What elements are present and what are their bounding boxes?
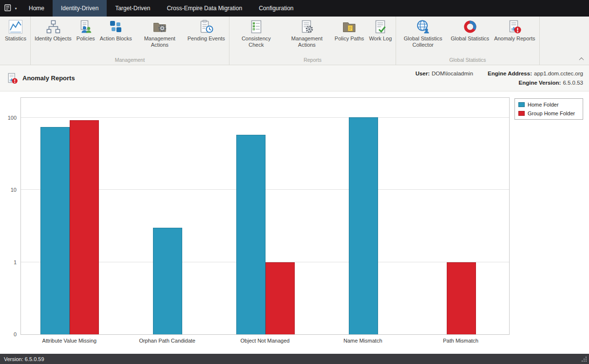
category-label: Object Not Managed — [216, 338, 314, 344]
info-user: User:DOM\localadmin — [416, 71, 473, 76]
ribbon-button-reports-management-actions[interactable]: Management Actions — [282, 17, 332, 49]
ribbon-button-management-action-blocks[interactable]: Action Blocks — [97, 17, 134, 43]
tab-home[interactable]: Home — [20, 0, 53, 17]
ribbon-group-caption: Reports — [231, 56, 394, 65]
bar-home-folder — [236, 135, 266, 334]
app-menu-icon — [3, 3, 13, 14]
ribbon-tabbar: ▾ HomeIdentity-DrivenTarget-DrivenCross-… — [0, 0, 589, 17]
collapse-ribbon-icon[interactable] — [578, 56, 585, 62]
global-statistics-collector-icon — [415, 19, 431, 35]
category-label: Orphan Path Candidate — [118, 338, 216, 344]
ribbon-button-management-identity-objects[interactable]: Identity Objects — [32, 17, 74, 43]
management-actions-reports-icon — [299, 19, 315, 35]
ribbon-tabs: HomeIdentity-DrivenTarget-DrivenCross-Em… — [20, 0, 302, 17]
global-statistics-icon — [462, 19, 478, 35]
bar-home-folder — [153, 228, 182, 334]
ribbon-button-management-policies[interactable]: Policies — [74, 17, 97, 43]
info-engine-version: Engine Version:6.5.0.53 — [519, 80, 584, 86]
chart-plot — [20, 97, 510, 335]
ribbon-group-caption: Management — [32, 56, 228, 65]
chart-legend: Home FolderGroup Home Folder — [514, 98, 583, 120]
ribbon-group-global-statistics: Global Statistics CollectorGlobal Statis… — [396, 17, 539, 65]
category-label: Attribute Value Missing — [20, 338, 118, 344]
ribbon-button-statistics-statistics[interactable]: Statistics — [2, 17, 29, 43]
bar-home-folder — [40, 127, 70, 334]
legend-item-home-folder: Home Folder — [518, 102, 579, 108]
ribbon-group-caption: Global Statistics — [398, 56, 537, 65]
category-path-mismatch — [412, 98, 510, 334]
tab-configuration[interactable]: Configuration — [250, 0, 302, 17]
legend-swatch — [518, 111, 525, 116]
legend-item-group-home-folder: Group Home Folder — [518, 110, 579, 116]
status-bar: Version: 6.5.0.59 — [0, 354, 589, 364]
bar-group-home-folder — [70, 120, 99, 334]
ribbon-group-caption — [2, 56, 29, 65]
ribbon-button-global-statistics-anomaly-reports[interactable]: Anomaly Reports — [492, 17, 537, 43]
chevron-down-icon: ▾ — [15, 6, 17, 11]
pending-events-icon — [198, 19, 214, 35]
tab-cross-empire-data-migration[interactable]: Cross-Empire Data Migration — [158, 0, 250, 17]
resize-grip[interactable] — [581, 356, 588, 363]
ribbon-button-management-pending-events[interactable]: Pending Events — [185, 17, 228, 43]
category-orphan-path-candidate — [119, 98, 217, 334]
action-blocks-icon — [108, 19, 124, 35]
app-menu-button[interactable]: ▾ — [0, 0, 20, 17]
ribbon-button-management-management-actions[interactable]: Management Actions — [134, 17, 185, 49]
page-title: Anomaly Reports — [6, 72, 75, 85]
identity-objects-icon — [45, 19, 61, 35]
application-window: ▾ HomeIdentity-DrivenTarget-DrivenCross-… — [0, 0, 589, 364]
bar-home-folder — [349, 117, 378, 334]
category-name-mismatch — [314, 98, 412, 334]
tab-identity-driven[interactable]: Identity-Driven — [53, 0, 107, 17]
chart-area: Home FolderGroup Home Folder 0110100Attr… — [0, 91, 589, 354]
y-axis-label: 0 — [0, 331, 17, 337]
ribbon-group-statistics: Statistics — [1, 17, 31, 65]
page-title-text: Anomaly Reports — [22, 74, 75, 82]
engine-info: User:DOM\localadminEngine Address:app1.d… — [416, 71, 583, 86]
ribbon-group-reports: Consistency CheckManagement ActionsPolic… — [229, 17, 396, 65]
y-axis-label: 10 — [0, 187, 17, 193]
page-header: Anomaly Reports User:DOM\localadminEngin… — [0, 65, 589, 91]
anomaly-reports-icon — [6, 72, 19, 85]
ribbon-button-reports-work-log[interactable]: Work Log — [366, 17, 394, 43]
bar-group-home-folder — [447, 262, 476, 334]
ribbon-button-reports-policy-paths[interactable]: Policy Paths — [332, 17, 367, 43]
tab-target-driven[interactable]: Target-Driven — [107, 0, 158, 17]
legend-swatch — [518, 102, 525, 107]
category-label: Name Mismatch — [314, 338, 412, 344]
category-object-not-managed — [217, 98, 315, 334]
work-log-icon — [373, 19, 388, 35]
y-axis-label: 1 — [0, 259, 17, 265]
category-attribute-value-missing — [21, 98, 119, 334]
info-engine-address: Engine Address:app1.dom.cctec.org — [488, 71, 583, 76]
y-axis-label: 100 — [0, 115, 17, 121]
management-actions-icon — [152, 19, 168, 35]
consistency-check-icon — [248, 19, 264, 35]
ribbon-group-management: Identity ObjectsPoliciesAction BlocksMan… — [31, 17, 229, 65]
anomaly-reports-icon — [507, 19, 522, 35]
ribbon-button-reports-consistency-check[interactable]: Consistency Check — [231, 17, 282, 49]
ribbon-groups: StatisticsIdentity ObjectsPoliciesAction… — [1, 17, 540, 65]
policy-paths-icon — [342, 19, 357, 35]
bar-group-home-folder — [266, 262, 295, 334]
category-label: Path Mismatch — [412, 338, 510, 344]
version-text: Version: 6.5.0.59 — [4, 356, 44, 362]
ribbon-button-global-statistics-global-statistics-collector[interactable]: Global Statistics Collector — [398, 17, 448, 49]
policies-icon — [78, 19, 94, 35]
statistics-icon — [8, 19, 23, 35]
ribbon: StatisticsIdentity ObjectsPoliciesAction… — [0, 17, 589, 65]
ribbon-button-global-statistics-global-statistics[interactable]: Global Statistics — [448, 17, 492, 43]
